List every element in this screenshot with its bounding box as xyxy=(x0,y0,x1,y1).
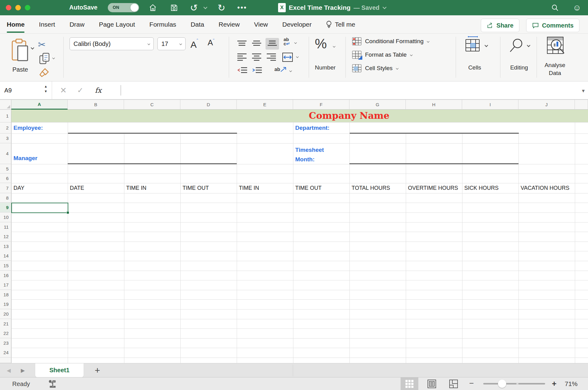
timesheet-column-header[interactable]: SICK HOURS xyxy=(464,183,499,193)
timesheet-column-header[interactable]: DATE xyxy=(70,183,84,193)
timesheet-label-line1[interactable]: Timesheet xyxy=(295,145,324,155)
row-header-6[interactable]: 6 xyxy=(0,174,11,183)
align-top-icon[interactable] xyxy=(237,40,247,47)
align-left-icon[interactable] xyxy=(237,53,247,61)
timesheet-column-header[interactable]: TIME IN xyxy=(126,183,146,193)
row-header-partial[interactable] xyxy=(0,358,11,363)
row-header-3[interactable]: 3 xyxy=(0,133,11,143)
row-header-20[interactable]: 20 xyxy=(0,309,11,319)
align-middle-icon[interactable] xyxy=(252,40,261,47)
cells-button[interactable] xyxy=(466,39,480,51)
row-header-21[interactable]: 21 xyxy=(0,319,11,329)
autosave-toggle[interactable]: ON xyxy=(108,3,139,12)
copy-icon[interactable] xyxy=(39,53,50,65)
formula-input[interactable] xyxy=(123,81,575,99)
title-chevron-icon[interactable] xyxy=(383,5,386,9)
ribbon-tab-view[interactable]: View xyxy=(254,15,268,34)
align-center-icon[interactable] xyxy=(252,53,261,61)
font-size-combo[interactable]: 17 xyxy=(157,37,186,50)
share-button[interactable]: Share xyxy=(481,19,519,32)
increase-font-size-button[interactable]: Aˆ xyxy=(190,38,198,50)
text-orientation-icon[interactable]: ab xyxy=(274,66,287,72)
column-header-e[interactable]: E xyxy=(237,100,293,110)
row-header-9[interactable]: 9 xyxy=(0,203,11,212)
ribbon-tab-insert[interactable]: Insert xyxy=(39,15,55,34)
select-all-corner[interactable] xyxy=(0,100,11,110)
save-icon[interactable] xyxy=(168,0,179,15)
timesheet-column-header[interactable]: DAY xyxy=(13,183,24,193)
column-header-i[interactable]: I xyxy=(462,100,518,110)
company-name-title[interactable]: Company Name xyxy=(270,110,429,122)
zoom-slider[interactable] xyxy=(483,383,545,384)
undo-chevron-icon[interactable] xyxy=(202,0,208,15)
comments-button[interactable]: Comments xyxy=(526,19,579,32)
next-sheet-arrow-icon[interactable]: ▶ xyxy=(21,363,25,377)
column-header-j[interactable]: J xyxy=(518,100,575,110)
ribbon-tab-developer[interactable]: Developer xyxy=(282,15,312,34)
row-header-12[interactable]: 12 xyxy=(0,232,11,242)
conditional-formatting-button[interactable]: Conditional Formatting xyxy=(352,37,429,45)
page-break-view-button[interactable] xyxy=(445,377,462,390)
row-header-1[interactable]: 1 xyxy=(0,110,11,122)
spreadsheet-grid[interactable]: ABCDEFGHIJ123456789101112131415161718192… xyxy=(0,100,588,363)
analyse-data-label-1[interactable]: Analyse xyxy=(538,62,572,69)
department-label[interactable]: Department: xyxy=(295,122,330,133)
page-layout-view-button[interactable] xyxy=(423,377,441,390)
editing-group-label[interactable]: Editing xyxy=(502,64,536,71)
normal-view-button[interactable] xyxy=(401,377,418,390)
wrap-text-icon[interactable]: abc↵ xyxy=(284,37,290,46)
employee-label[interactable]: Employee: xyxy=(13,122,43,133)
row-header-19[interactable]: 19 xyxy=(0,299,11,309)
increase-indent-icon[interactable] xyxy=(252,67,262,74)
column-header-partial[interactable] xyxy=(575,100,588,110)
formula-bar-expand-icon[interactable]: ▼ xyxy=(581,88,586,93)
row-header-22[interactable]: 22 xyxy=(0,328,11,338)
feedback-smiley-icon[interactable]: ☺ xyxy=(571,0,583,15)
row-header-23[interactable]: 23 xyxy=(0,338,11,348)
row-header-17[interactable]: 17 xyxy=(0,280,11,290)
merge-center-icon[interactable] xyxy=(282,53,293,62)
column-header-f[interactable]: F xyxy=(293,100,349,110)
row-header-24[interactable]: 24 xyxy=(0,348,11,358)
timesheet-label-line2[interactable]: Month: xyxy=(295,155,315,164)
cut-icon[interactable]: ✂ xyxy=(38,39,46,50)
copy-chevron-icon[interactable] xyxy=(52,57,55,59)
analyse-data-label-2[interactable]: Data xyxy=(538,70,572,77)
timesheet-column-header[interactable]: TIME IN xyxy=(239,183,259,193)
row-header-16[interactable]: 16 xyxy=(0,271,11,280)
close-window-button[interactable] xyxy=(6,5,11,10)
column-header-c[interactable]: C xyxy=(124,100,180,110)
search-icon[interactable] xyxy=(549,0,561,15)
more-options-icon[interactable]: ••• xyxy=(235,0,250,15)
row-header-8[interactable]: 8 xyxy=(0,193,11,203)
row-header-13[interactable]: 13 xyxy=(0,242,11,251)
previous-sheet-arrow-icon[interactable]: ◀ xyxy=(7,363,11,377)
row-header-4[interactable]: 4 xyxy=(0,143,11,164)
undo-icon[interactable]: ↺ xyxy=(189,0,199,15)
timesheet-column-header[interactable]: TOTAL HOURS xyxy=(352,183,390,193)
row-header-11[interactable]: 11 xyxy=(0,222,11,232)
editing-icon[interactable] xyxy=(508,37,524,53)
home-icon[interactable] xyxy=(148,0,158,15)
zoom-in-button[interactable]: + xyxy=(552,379,556,388)
analyse-data-button[interactable] xyxy=(547,37,564,54)
zoom-level-label[interactable]: 71% xyxy=(565,377,578,390)
format-as-table-button[interactable]: Format as Table xyxy=(352,51,412,59)
name-box[interactable]: A9 ▲▼ xyxy=(0,81,52,99)
wrap-chevron-icon[interactable] xyxy=(294,41,297,44)
column-header-g[interactable]: G xyxy=(349,100,406,110)
row-header-2[interactable]: 2 xyxy=(0,122,11,133)
paste-chevron-icon[interactable] xyxy=(31,46,34,49)
row-header-7[interactable]: 7 xyxy=(0,183,11,193)
ribbon-tab-tell-me[interactable]: Tell me xyxy=(326,15,355,34)
department-input-cell[interactable] xyxy=(350,122,519,133)
timesheet-column-header[interactable]: TIME OUT xyxy=(183,183,209,193)
row-header-15[interactable]: 15 xyxy=(0,261,11,271)
zoom-slider-thumb[interactable] xyxy=(498,380,506,388)
row-header-5[interactable]: 5 xyxy=(0,164,11,174)
paste-clipboard-icon[interactable] xyxy=(10,39,29,62)
cell-styles-button[interactable]: Cell Styles xyxy=(352,64,398,72)
cells-group-label[interactable]: Cells xyxy=(459,64,490,71)
manager-label[interactable]: Manager xyxy=(13,153,37,163)
add-sheet-button[interactable]: + xyxy=(92,363,103,377)
